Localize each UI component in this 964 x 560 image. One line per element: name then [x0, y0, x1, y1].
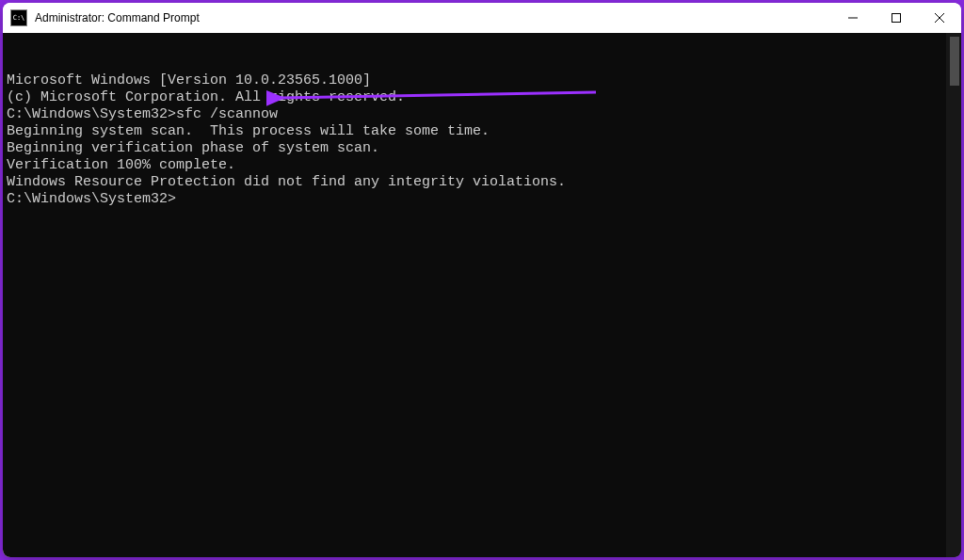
scrollbar-track[interactable] [946, 33, 961, 557]
close-button[interactable] [918, 3, 961, 33]
cmd-icon-glyph: C:\ [13, 15, 25, 22]
window-controls [831, 3, 961, 33]
console-line: Beginning verification phase of system s… [7, 140, 959, 157]
console-line: Microsoft Windows [Version 10.0.23565.10… [7, 72, 959, 89]
console-output: Microsoft Windows [Version 10.0.23565.10… [7, 72, 959, 208]
console-line: Windows Resource Protection did not find… [7, 174, 959, 191]
command-prompt-window: C:\ Administrator: Command Prompt Micros… [3, 3, 961, 557]
titlebar[interactable]: C:\ Administrator: Command Prompt [3, 3, 961, 33]
minimize-icon [848, 13, 858, 23]
console-area[interactable]: Microsoft Windows [Version 10.0.23565.10… [3, 33, 961, 557]
window-title: Administrator: Command Prompt [35, 11, 831, 24]
close-icon [935, 13, 944, 23]
console-line: C:\Windows\System32>sfc /scannow [7, 106, 959, 123]
scrollbar-thumb[interactable] [950, 37, 959, 86]
console-line: (c) Microsoft Corporation. All rights re… [7, 89, 959, 106]
maximize-button[interactable] [875, 3, 918, 33]
console-line: Verification 100% complete. [7, 157, 959, 174]
cmd-icon: C:\ [10, 9, 27, 26]
minimize-button[interactable] [831, 3, 875, 33]
svg-rect-1 [892, 14, 901, 23]
console-line: Beginning system scan. This process will… [7, 123, 959, 140]
console-line: C:\Windows\System32> [7, 191, 959, 208]
maximize-icon [892, 13, 901, 23]
